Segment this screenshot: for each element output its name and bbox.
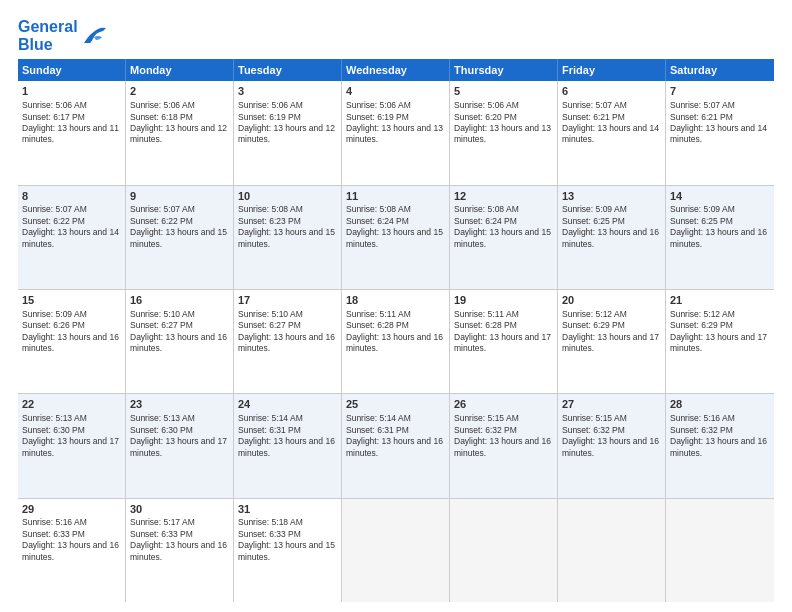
daylight-text: Daylight: 13 hours and 16 minutes. (454, 436, 551, 457)
daylight-text: Daylight: 13 hours and 16 minutes. (562, 436, 659, 457)
day-number: 9 (130, 189, 229, 204)
daylight-text: Daylight: 13 hours and 16 minutes. (130, 332, 227, 353)
sunrise-text: Sunrise: 5:10 AM (130, 309, 195, 319)
sunrise-text: Sunrise: 5:06 AM (130, 100, 195, 110)
sunrise-text: Sunrise: 5:12 AM (670, 309, 735, 319)
day-cell-24: 24Sunrise: 5:14 AMSunset: 6:31 PMDayligh… (234, 394, 342, 497)
day-number: 28 (670, 397, 770, 412)
day-number: 20 (562, 293, 661, 308)
day-number: 31 (238, 502, 337, 517)
daylight-text: Daylight: 13 hours and 14 minutes. (22, 227, 119, 248)
day-number: 13 (562, 189, 661, 204)
sunset-text: Sunset: 6:26 PM (22, 320, 85, 330)
header-wednesday: Wednesday (342, 59, 450, 81)
day-cell-12: 12Sunrise: 5:08 AMSunset: 6:24 PMDayligh… (450, 186, 558, 289)
day-cell-30: 30Sunrise: 5:17 AMSunset: 6:33 PMDayligh… (126, 499, 234, 602)
day-number: 5 (454, 84, 553, 99)
daylight-text: Daylight: 13 hours and 16 minutes. (670, 227, 767, 248)
daylight-text: Daylight: 13 hours and 15 minutes. (238, 227, 335, 248)
header-thursday: Thursday (450, 59, 558, 81)
calendar: Sunday Monday Tuesday Wednesday Thursday… (18, 59, 774, 602)
week-row-1: 1Sunrise: 5:06 AMSunset: 6:17 PMDaylight… (18, 81, 774, 185)
sunset-text: Sunset: 6:32 PM (454, 425, 517, 435)
daylight-text: Daylight: 13 hours and 13 minutes. (346, 123, 443, 144)
day-number: 25 (346, 397, 445, 412)
day-cell-8: 8Sunrise: 5:07 AMSunset: 6:22 PMDaylight… (18, 186, 126, 289)
header-saturday: Saturday (666, 59, 774, 81)
day-number: 23 (130, 397, 229, 412)
day-number: 24 (238, 397, 337, 412)
day-number: 26 (454, 397, 553, 412)
daylight-text: Daylight: 13 hours and 17 minutes. (670, 332, 767, 353)
day-cell-2: 2Sunrise: 5:06 AMSunset: 6:18 PMDaylight… (126, 81, 234, 184)
daylight-text: Daylight: 13 hours and 16 minutes. (130, 540, 227, 561)
sunset-text: Sunset: 6:31 PM (346, 425, 409, 435)
day-number: 12 (454, 189, 553, 204)
sunset-text: Sunset: 6:31 PM (238, 425, 301, 435)
sunrise-text: Sunrise: 5:10 AM (238, 309, 303, 319)
sunset-text: Sunset: 6:32 PM (562, 425, 625, 435)
sunset-text: Sunset: 6:24 PM (346, 216, 409, 226)
sunrise-text: Sunrise: 5:14 AM (346, 413, 411, 423)
week-row-2: 8Sunrise: 5:07 AMSunset: 6:22 PMDaylight… (18, 186, 774, 290)
calendar-header: Sunday Monday Tuesday Wednesday Thursday… (18, 59, 774, 81)
sunrise-text: Sunrise: 5:17 AM (130, 517, 195, 527)
day-cell-14: 14Sunrise: 5:09 AMSunset: 6:25 PMDayligh… (666, 186, 774, 289)
sunset-text: Sunset: 6:22 PM (130, 216, 193, 226)
day-cell-4: 4Sunrise: 5:06 AMSunset: 6:19 PMDaylight… (342, 81, 450, 184)
day-cell-25: 25Sunrise: 5:14 AMSunset: 6:31 PMDayligh… (342, 394, 450, 497)
week-row-5: 29Sunrise: 5:16 AMSunset: 6:33 PMDayligh… (18, 499, 774, 602)
sunset-text: Sunset: 6:27 PM (130, 320, 193, 330)
calendar-body: 1Sunrise: 5:06 AMSunset: 6:17 PMDaylight… (18, 81, 774, 602)
daylight-text: Daylight: 13 hours and 17 minutes. (454, 332, 551, 353)
day-number: 30 (130, 502, 229, 517)
day-number: 16 (130, 293, 229, 308)
sunrise-text: Sunrise: 5:13 AM (22, 413, 87, 423)
day-cell-11: 11Sunrise: 5:08 AMSunset: 6:24 PMDayligh… (342, 186, 450, 289)
sunset-text: Sunset: 6:25 PM (670, 216, 733, 226)
sunrise-text: Sunrise: 5:06 AM (346, 100, 411, 110)
day-number: 2 (130, 84, 229, 99)
logo: General Blue (18, 18, 108, 53)
sunrise-text: Sunrise: 5:06 AM (22, 100, 87, 110)
daylight-text: Daylight: 13 hours and 16 minutes. (238, 332, 335, 353)
header-friday: Friday (558, 59, 666, 81)
header-monday: Monday (126, 59, 234, 81)
day-cell-20: 20Sunrise: 5:12 AMSunset: 6:29 PMDayligh… (558, 290, 666, 393)
sunset-text: Sunset: 6:22 PM (22, 216, 85, 226)
day-number: 10 (238, 189, 337, 204)
sunset-text: Sunset: 6:20 PM (454, 112, 517, 122)
logo-bird-icon (80, 25, 108, 47)
sunset-text: Sunset: 6:19 PM (346, 112, 409, 122)
sunrise-text: Sunrise: 5:08 AM (238, 204, 303, 214)
day-cell-27: 27Sunrise: 5:15 AMSunset: 6:32 PMDayligh… (558, 394, 666, 497)
day-cell-21: 21Sunrise: 5:12 AMSunset: 6:29 PMDayligh… (666, 290, 774, 393)
sunrise-text: Sunrise: 5:14 AM (238, 413, 303, 423)
daylight-text: Daylight: 13 hours and 16 minutes. (346, 436, 443, 457)
sunset-text: Sunset: 6:24 PM (454, 216, 517, 226)
sunrise-text: Sunrise: 5:16 AM (22, 517, 87, 527)
sunset-text: Sunset: 6:29 PM (670, 320, 733, 330)
empty-cell (342, 499, 450, 602)
day-cell-23: 23Sunrise: 5:13 AMSunset: 6:30 PMDayligh… (126, 394, 234, 497)
daylight-text: Daylight: 13 hours and 14 minutes. (562, 123, 659, 144)
sunrise-text: Sunrise: 5:06 AM (238, 100, 303, 110)
sunset-text: Sunset: 6:27 PM (238, 320, 301, 330)
daylight-text: Daylight: 13 hours and 12 minutes. (130, 123, 227, 144)
header-sunday: Sunday (18, 59, 126, 81)
sunset-text: Sunset: 6:18 PM (130, 112, 193, 122)
day-cell-22: 22Sunrise: 5:13 AMSunset: 6:30 PMDayligh… (18, 394, 126, 497)
day-number: 7 (670, 84, 770, 99)
day-number: 15 (22, 293, 121, 308)
sunset-text: Sunset: 6:21 PM (562, 112, 625, 122)
daylight-text: Daylight: 13 hours and 11 minutes. (22, 123, 119, 144)
empty-cell (558, 499, 666, 602)
day-number: 27 (562, 397, 661, 412)
daylight-text: Daylight: 13 hours and 17 minutes. (22, 436, 119, 457)
empty-cell (450, 499, 558, 602)
sunrise-text: Sunrise: 5:09 AM (670, 204, 735, 214)
sunrise-text: Sunrise: 5:18 AM (238, 517, 303, 527)
sunrise-text: Sunrise: 5:07 AM (22, 204, 87, 214)
sunrise-text: Sunrise: 5:06 AM (454, 100, 519, 110)
sunrise-text: Sunrise: 5:09 AM (22, 309, 87, 319)
